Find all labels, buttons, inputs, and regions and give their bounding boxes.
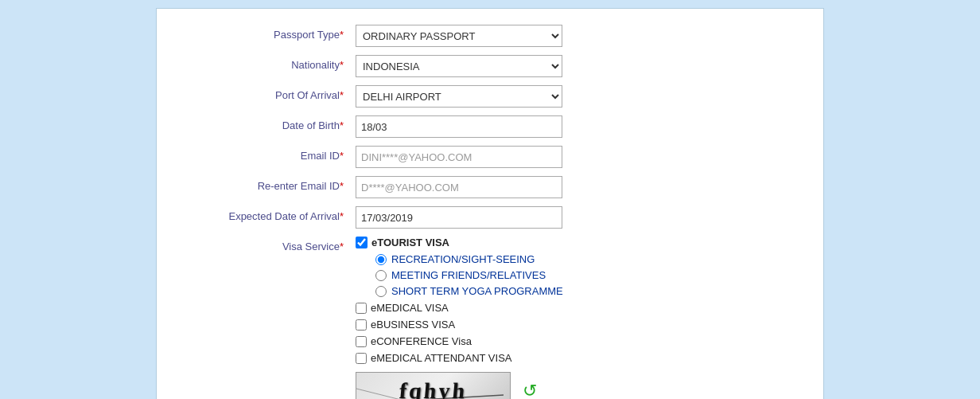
email-label: Email ID*	[181, 146, 356, 162]
port-of-arrival-select[interactable]: DELHI AIRPORT MUMBAI AIRPORT CHENNAI AIR…	[356, 85, 562, 108]
arrival-date-label: Expected Date of Arrival*	[181, 206, 356, 222]
visa-service-group: eTOURIST VISA RECREATION/SIGHT-SEEING ME…	[356, 237, 799, 399]
re-email-input[interactable]	[356, 176, 562, 198]
port-of-arrival-row: Port Of Arrival* DELHI AIRPORT MUMBAI AI…	[181, 85, 799, 108]
dob-label: Date of Birth*	[181, 115, 356, 131]
emedical-visa-checkbox[interactable]	[356, 303, 367, 314]
re-email-control	[356, 176, 799, 198]
emedical-attendant-visa-checkbox[interactable]	[356, 353, 367, 364]
emedical-attendant-check-group: eMEDICAL ATTENDANT VISA	[356, 352, 799, 364]
recreation-radio[interactable]	[375, 254, 387, 265]
yoga-radio[interactable]	[375, 286, 387, 297]
re-email-row: Re-enter Email ID*	[181, 176, 799, 198]
recreation-radio-item: RECREATION/SIGHT-SEEING	[375, 253, 799, 265]
dob-input[interactable]	[356, 115, 562, 138]
econference-visa-checkbox[interactable]	[356, 336, 367, 347]
captcha-image: fqhyh	[356, 372, 511, 399]
etourist-visa-label: eTOURIST VISA	[371, 237, 449, 248]
arrival-date-row: Expected Date of Arrival*	[181, 206, 799, 229]
passport-type-row: Passport Type* ORDINARY PASSPORT DIPLOMA…	[181, 25, 799, 47]
nationality-label: Nationality*	[181, 55, 356, 71]
arrival-date-control	[356, 206, 799, 229]
meeting-radio-item: MEETING FRIENDS/RELATIVES	[375, 269, 799, 281]
captcha-text: fqhyh	[399, 378, 469, 399]
ebusiness-visa-label: eBUSINESS VISA	[371, 319, 455, 331]
emedical-visa-label: eMEDICAL VISA	[371, 302, 449, 314]
email-control	[356, 146, 799, 168]
port-of-arrival-control: DELHI AIRPORT MUMBAI AIRPORT CHENNAI AIR…	[356, 85, 799, 108]
visa-service-row: Visa Service* eTOURIST VISA RECREATION/S…	[181, 237, 799, 399]
visa-service-label: Visa Service*	[181, 237, 356, 252]
email-input[interactable]	[356, 146, 562, 168]
yoga-label: SHORT TERM YOGA PROGRAMME	[391, 285, 563, 297]
visa-service-control: eTOURIST VISA RECREATION/SIGHT-SEEING ME…	[356, 237, 799, 399]
arrival-date-input[interactable]	[356, 206, 562, 229]
nationality-control: INDONESIA INDIA USA	[356, 55, 799, 77]
etourist-visa-check-group: eTOURIST VISA	[356, 237, 799, 248]
re-email-label: Re-enter Email ID*	[181, 176, 356, 192]
etourist-radio-group: RECREATION/SIGHT-SEEING MEETING FRIENDS/…	[375, 253, 799, 297]
emedical-check-group: eMEDICAL VISA	[356, 302, 799, 314]
passport-type-control: ORDINARY PASSPORT DIPLOMATIC PASSPORT OF…	[356, 25, 799, 47]
econference-check-group: eCONFERENCE Visa	[356, 335, 799, 347]
port-of-arrival-label: Port Of Arrival*	[181, 85, 356, 101]
ebusiness-visa-checkbox[interactable]	[356, 319, 367, 331]
nationality-row: Nationality* INDONESIA INDIA USA	[181, 55, 799, 77]
dob-row: Date of Birth*	[181, 115, 799, 138]
emedical-attendant-visa-label: eMEDICAL ATTENDANT VISA	[371, 352, 511, 364]
dob-control	[356, 115, 799, 138]
ebusiness-check-group: eBUSINESS VISA	[356, 319, 799, 331]
yoga-radio-item: SHORT TERM YOGA PROGRAMME	[375, 285, 799, 297]
meeting-radio[interactable]	[375, 270, 387, 281]
captcha-row: fqhyh ↺	[356, 372, 799, 399]
passport-type-select[interactable]: ORDINARY PASSPORT DIPLOMATIC PASSPORT OF…	[356, 25, 562, 47]
email-row: Email ID*	[181, 146, 799, 168]
recreation-label: RECREATION/SIGHT-SEEING	[391, 253, 535, 265]
captcha-refresh-icon[interactable]: ↺	[523, 381, 537, 399]
meeting-label: MEETING FRIENDS/RELATIVES	[391, 269, 546, 281]
econference-visa-label: eCONFERENCE Visa	[371, 335, 472, 347]
etourist-visa-checkbox[interactable]	[356, 237, 368, 248]
passport-type-label: Passport Type*	[181, 25, 356, 41]
nationality-select[interactable]: INDONESIA INDIA USA	[356, 55, 562, 77]
